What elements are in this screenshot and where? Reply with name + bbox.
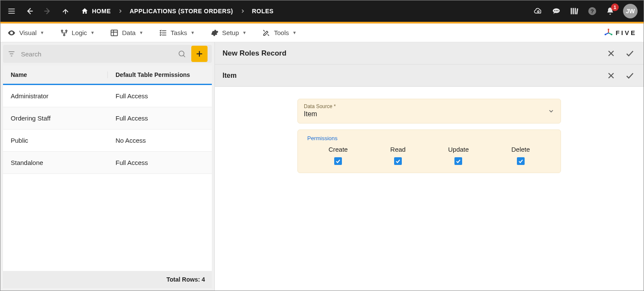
eye-icon: [7, 29, 16, 37]
table-row[interactable]: AdministratorFull Access: [3, 85, 212, 107]
chat-icon[interactable]: [551, 6, 561, 16]
permissions-title: Permissions: [307, 135, 551, 141]
brand-text: FIVE: [616, 29, 637, 36]
filter-icon[interactable]: [7, 50, 16, 58]
menu-label: Setup: [222, 29, 239, 36]
menu-label: Tools: [274, 29, 289, 36]
table-row[interactable]: StandaloneFull Access: [3, 152, 212, 174]
svg-point-19: [65, 30, 67, 31]
tools-icon: [262, 29, 270, 37]
permission-label: Update: [448, 146, 469, 153]
svg-point-28: [611, 33, 612, 35]
checkbox[interactable]: [334, 157, 342, 165]
svg-point-18: [61, 30, 62, 31]
menu-logic[interactable]: Logic ▼: [60, 29, 95, 37]
field-value: Item: [304, 110, 555, 118]
col-perm[interactable]: Default Table Permissions: [108, 71, 212, 78]
topbar: HOME APPLICATIONS (STORE ORDERS) ROLES ?: [0, 0, 644, 24]
brand-logo: FIVE: [604, 28, 637, 38]
confirm-icon[interactable]: [624, 70, 636, 82]
svg-point-33: [179, 51, 184, 56]
menu-label: Data: [122, 29, 136, 36]
tasks-icon: [159, 29, 167, 37]
cell-perm: Full Access: [108, 115, 212, 122]
close-icon[interactable]: [605, 47, 617, 59]
logic-icon: [60, 29, 68, 37]
dropdown-icon: ▼: [139, 30, 143, 35]
menu-visual[interactable]: Visual ▼: [7, 29, 45, 37]
svg-rect-14: [576, 9, 578, 15]
search-input[interactable]: [21, 50, 172, 58]
confirm-icon[interactable]: [624, 47, 636, 59]
svg-point-10: [558, 10, 558, 11]
svg-point-9: [556, 10, 557, 11]
chevron-right-icon: [118, 9, 123, 14]
menu-tools[interactable]: Tools ▼: [262, 29, 297, 37]
svg-text:?: ?: [591, 8, 594, 15]
left-panel: Name Default Table Permissions Administr…: [0, 42, 214, 291]
svg-rect-13: [575, 8, 576, 15]
svg-point-17: [11, 32, 12, 33]
breadcrumb: HOME APPLICATIONS (STORE ORDERS) ROLES: [81, 7, 273, 15]
cloud-icon[interactable]: [533, 6, 543, 16]
svg-point-6: [537, 11, 539, 12]
breadcrumb-home[interactable]: HOME: [81, 7, 111, 15]
search-icon[interactable]: [178, 50, 186, 58]
breadcrumb-label: ROLES: [252, 8, 274, 15]
table-footer: Total Rows: 4: [3, 271, 212, 288]
table-row[interactable]: Ordering StaffFull Access: [3, 107, 212, 129]
back-icon[interactable]: [24, 6, 35, 16]
menu-setup[interactable]: Setup ▼: [210, 29, 246, 37]
form-area: Data Source * Item Permissions CreateRea…: [215, 87, 644, 291]
checkbox[interactable]: [454, 157, 462, 165]
dropdown-icon: ▼: [40, 30, 45, 35]
cell-name: Ordering Staff: [3, 115, 108, 122]
cell-name: Administrator: [3, 92, 108, 100]
menu-label: Visual: [19, 29, 37, 36]
dropdown-icon: ▼: [242, 30, 246, 35]
table-row[interactable]: PublicNo Access: [3, 129, 212, 152]
permissions-card: Permissions CreateReadUpdateDelete: [297, 129, 561, 173]
permission-col: Read: [390, 146, 406, 165]
topbar-left: HOME APPLICATIONS (STORE ORDERS) ROLES: [6, 6, 273, 16]
svg-rect-11: [571, 8, 572, 15]
gear-icon: [210, 29, 219, 37]
breadcrumb-label: HOME: [92, 8, 111, 15]
svg-point-20: [63, 34, 65, 35]
notifications-icon[interactable]: 1: [605, 6, 615, 16]
forward-icon: [42, 6, 53, 16]
notification-badge: 1: [611, 3, 619, 11]
home-icon: [81, 7, 89, 15]
avatar[interactable]: JW: [623, 4, 638, 18]
help-icon[interactable]: ?: [587, 6, 597, 16]
svg-line-34: [183, 55, 185, 57]
section-title: New Roles Record: [223, 49, 286, 58]
chevron-down-icon: [548, 108, 555, 115]
field-label: Data Source *: [304, 103, 555, 109]
breadcrumb-applications[interactable]: APPLICATIONS (STORE ORDERS): [130, 8, 233, 15]
svg-point-29: [604, 33, 606, 35]
up-icon[interactable]: [60, 6, 71, 16]
checkbox[interactable]: [394, 157, 402, 165]
menu-label: Logic: [72, 29, 87, 36]
total-rows: Total Rows: 4: [166, 276, 205, 283]
checkbox[interactable]: [517, 157, 525, 165]
add-button[interactable]: [191, 46, 208, 62]
menu-data[interactable]: Data ▼: [110, 29, 143, 37]
topbar-right: ? 1 JW: [533, 4, 638, 18]
library-icon[interactable]: [569, 6, 579, 16]
section-title: Item: [223, 72, 237, 79]
breadcrumb-roles[interactable]: ROLES: [252, 8, 274, 15]
menu-icon[interactable]: [6, 6, 17, 16]
svg-point-27: [608, 28, 609, 30]
cell-name: Standalone: [3, 159, 108, 166]
menu-tasks[interactable]: Tasks ▼: [159, 29, 195, 37]
close-icon[interactable]: [605, 70, 617, 82]
roles-table: Name Default Table Permissions Administr…: [3, 65, 212, 288]
chevron-right-icon: [240, 9, 245, 14]
dropdown-icon: ▼: [292, 30, 297, 35]
data-source-field[interactable]: Data Source * Item: [297, 99, 561, 123]
col-name[interactable]: Name: [3, 71, 108, 78]
svg-rect-21: [111, 30, 118, 35]
search-bar: [3, 45, 212, 63]
